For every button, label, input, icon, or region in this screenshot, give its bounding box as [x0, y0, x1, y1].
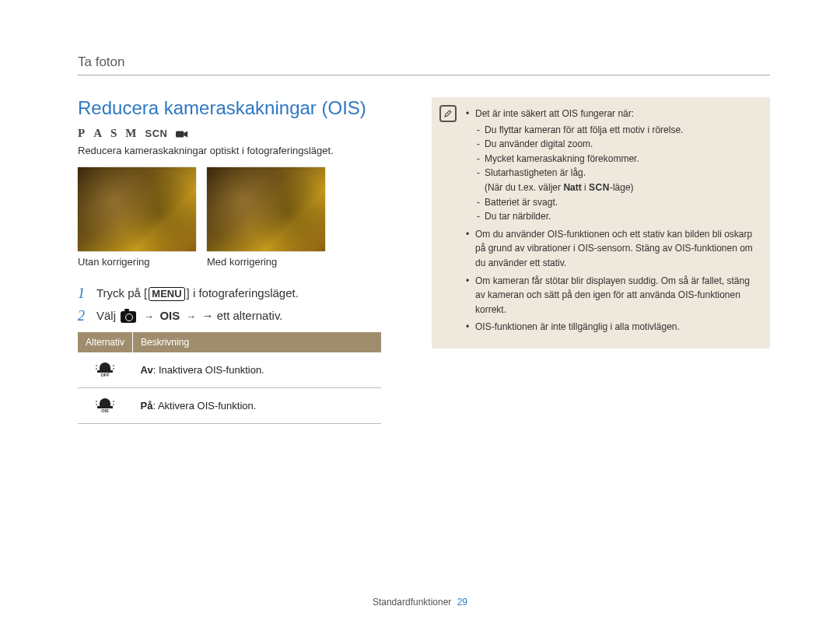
- options-table: Alternativ Beskrivning OFF Av: Inaktiver…: [78, 332, 381, 424]
- note-sub-item: Du använder digital zoom.: [477, 137, 759, 152]
- step1-text-b: ] i fotograferingsläget.: [187, 286, 299, 299]
- note-sub-item: Du tar närbilder.: [477, 209, 759, 224]
- step2-text-a: Välj: [96, 309, 119, 322]
- footer-section: Standardfunktioner: [373, 597, 451, 608]
- movie-mode-icon: [176, 129, 188, 138]
- mode-s: S: [110, 127, 117, 140]
- mode-p: P: [78, 127, 85, 140]
- ois-off-icon: OFF: [95, 360, 115, 377]
- note-icon: [439, 105, 457, 122]
- svg-rect-0: [176, 131, 184, 138]
- step-2: 2 Välj → OIS → → ett alternativ.: [78, 309, 389, 323]
- example-images: [78, 167, 389, 251]
- note-paren-a: (När du t.ex. väljer: [485, 182, 563, 193]
- th-description: Beskrivning: [133, 332, 381, 352]
- image-without-correction: [78, 167, 196, 251]
- arrow-icon: →: [183, 310, 198, 322]
- step-1: 1 Tryck på [MENU] i fotograferingsläget.: [78, 286, 389, 301]
- arrow-icon: →: [141, 310, 156, 322]
- mode-scn: SCN: [145, 128, 168, 139]
- note-sub-item: Batteriet är svagt.: [477, 195, 759, 210]
- note-box: Det är inte säkert att OIS fungerar när:…: [432, 97, 770, 349]
- caption-with: Med korrigering: [207, 256, 325, 268]
- row-on-bold: På: [141, 400, 153, 412]
- image-with-correction: [207, 167, 325, 251]
- note-sub-item: Slutarhastigheten är låg. (När du t.ex. …: [477, 166, 759, 194]
- camera-icon: [121, 311, 136, 323]
- note-bullet: Om du använder OIS-funktionen och ett st…: [466, 227, 759, 271]
- menu-button-label: MENU: [149, 287, 184, 301]
- table-row: OFF Av: Inaktivera OIS-funktion.: [78, 352, 381, 388]
- page-title: Reducera kameraskakningar (OIS): [78, 97, 389, 119]
- step-number: 1: [78, 286, 89, 301]
- note-paren-c: i: [582, 182, 589, 193]
- note-lead: Det är inte säkert att OIS fungerar när:: [475, 108, 634, 119]
- breadcrumb: Ta foton: [78, 54, 770, 75]
- svg-text:OIS: OIS: [102, 408, 110, 413]
- row-off-bold: Av: [141, 364, 153, 376]
- row-off-text: : Inaktivera OIS-funktion.: [153, 364, 264, 376]
- step2-text-c: → ett alternativ.: [202, 309, 283, 322]
- step-number: 2: [78, 309, 89, 323]
- row-on-text: : Aktivera OIS-funktion.: [152, 400, 256, 412]
- page-footer: Standardfunktioner 29: [0, 597, 840, 608]
- note-bullet: Om kameran får stötar blir displayen sud…: [466, 274, 759, 317]
- table-row: OIS På: Aktivera OIS-funktion.: [78, 388, 381, 424]
- note-sub-text: Slutarhastigheten är låg.: [485, 167, 586, 178]
- mode-m: M: [125, 127, 136, 140]
- mode-a: A: [93, 127, 102, 140]
- step1-text-a: Tryck på [: [96, 286, 147, 299]
- note-scn: SCN: [589, 182, 610, 193]
- note-sub-item: Mycket kameraskakning förekommer.: [477, 152, 759, 166]
- intro-text: Reducera kameraskakningar optiskt i foto…: [78, 145, 389, 156]
- ois-label: OIS: [159, 309, 180, 322]
- note-paren-d: -läge): [610, 182, 634, 193]
- mode-indicators: P A S M SCN: [78, 127, 389, 140]
- note-natt: Natt: [563, 180, 581, 195]
- note-sub-item: Du flyttar kameran för att följa ett mot…: [477, 123, 759, 138]
- th-option: Alternativ: [78, 332, 133, 352]
- ois-on-icon: OIS: [95, 396, 115, 413]
- caption-without: Utan korrigering: [78, 256, 196, 268]
- footer-page-number: 29: [457, 597, 467, 608]
- note-bullet: OIS-funktionen är inte tillgänglig i all…: [466, 320, 759, 335]
- svg-text:OFF: OFF: [101, 373, 110, 377]
